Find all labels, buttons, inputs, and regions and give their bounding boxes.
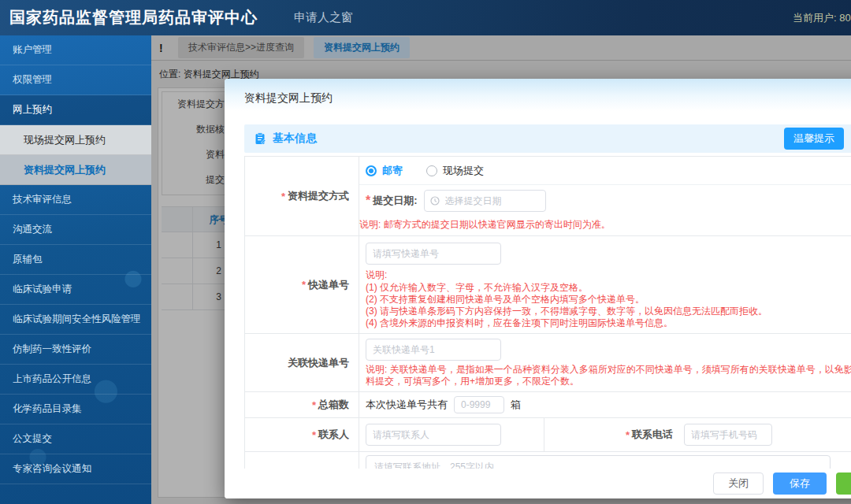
tracking-note-line: (3) 请与快递单条形码下方内容保持一致，不得增减字母、数字等，以免因信息无法匹… (359, 306, 851, 317)
tracking-notes: (1) 仅允许输入数字、字母，不允许输入汉字及空格。(2) 不支持重复创建相同快… (359, 282, 851, 328)
form-row-tracking-number: * 快递单号 说明: (1) 仅允许输入数字、字母，不允许输入汉字及空格。(2)… (245, 236, 851, 334)
sidebar-item-label: 现场提交网上预约 (24, 134, 106, 146)
sidebar-item[interactable]: 临床试验申请 (0, 275, 151, 305)
tracking-note-line: (2) 不支持重复创建相同快递单号及单个空格内填写多个快递单号。 (359, 294, 851, 305)
sidebar-item[interactable]: 账户管理 (0, 35, 151, 65)
sidebar-item[interactable]: 上市药品公开信息 (0, 365, 151, 395)
radio-icon (426, 165, 437, 176)
submit-button[interactable]: 提交 (836, 472, 851, 495)
form-row-related-tracking: 关联快递单号 说明: 关联快递单号，是指如果一个品种资料分装入多箱所对应的不同快… (245, 334, 851, 392)
dialog-body: 基本信息 温馨提示 * 资料提交方式 邮寄 (225, 117, 851, 469)
related-tracking-note: 说明: 关联快递单号，是指如果一个品种资料分装入多箱所对应的不同快递单号，须填写… (359, 364, 851, 387)
total-boxes-prefix: 本次快递单号共有 (366, 398, 448, 412)
sidebar-item[interactable]: 现场提交网上预约 (0, 125, 151, 155)
required-mark: * (312, 399, 316, 411)
tracking-number-input[interactable] (366, 243, 501, 265)
contact-input[interactable] (366, 424, 501, 446)
sidebar-item-label: 临床试验申请 (13, 284, 72, 295)
form-row-total-boxes: * 总箱数 本次快递单号共有 箱 (245, 392, 851, 418)
tracking-number-label: 快递单号 (308, 278, 349, 292)
clipboard-edit-icon (254, 132, 266, 145)
required-mark: * (366, 194, 370, 208)
sidebar-item[interactable]: 权限管理 (0, 65, 151, 95)
app-header: 国家药品监督管理局药品审评中心 申请人之窗 当前用户: 80 (0, 0, 851, 35)
radio-label: 现场提交 (443, 164, 484, 178)
sidebar-item[interactable]: 专家咨询会议通知 (0, 454, 151, 484)
sidebar-item-label: 临床试验期间安全性风险管理 (13, 313, 141, 324)
sidebar-item-label: 账户管理 (13, 44, 52, 55)
radio-icon (366, 165, 377, 176)
phone-input[interactable] (684, 424, 772, 446)
sidebar-item-label: 仿制药一致性评价 (13, 343, 91, 354)
form-row-submit-method: * 资料提交方式 邮寄 现 (245, 157, 851, 236)
submit-method-radio-group: 邮寄 现场提交 (359, 157, 851, 185)
dialog-title: 资料提交网上预约 (225, 79, 851, 117)
submit-method-label: 资料提交方式 (288, 189, 349, 203)
sidebar-item[interactable]: 化学药品目录集 (0, 395, 151, 424)
submit-method-note: 说明: 邮寄方式的提交日期以快递官网显示的寄出时间为准。 (359, 217, 851, 235)
sidebar-item-label: 资料提交网上预约 (24, 164, 106, 176)
total-boxes-label: 总箱数 (318, 398, 349, 412)
sidebar-item[interactable]: 公文提交 (0, 424, 151, 454)
sidebar-item[interactable]: 沟通交流 (0, 215, 151, 245)
sidebar-item-label: 网上预约 (13, 104, 52, 115)
phone-label: 联系电话 (632, 428, 673, 442)
required-mark: * (626, 429, 630, 441)
total-boxes-suffix: 箱 (511, 398, 521, 412)
sidebar-item-label: 原辅包 (13, 254, 43, 265)
contact-label: 联系人 (318, 428, 349, 442)
required-mark: * (302, 279, 306, 291)
sidebar-item-label: 技术审评信息 (13, 194, 72, 205)
total-boxes-input[interactable] (454, 396, 504, 413)
sidebar-nav: 账户管理 权限管理 网上预约 现场提交网上预约 资料提交网上预约 技术审评信息 … (0, 35, 151, 504)
sidebar-item-label: 上市药品公开信息 (13, 373, 91, 384)
current-user-label: 当前用户: 80 (793, 0, 851, 35)
sidebar-item-label: 权限管理 (13, 74, 52, 85)
save-button[interactable]: 保存 (773, 472, 827, 495)
app-title: 国家药品监督管理局药品审评中心 (9, 7, 258, 28)
sidebar-item-label: 化学药品目录集 (13, 403, 82, 414)
form-row-address: * 联系地址 (245, 452, 851, 469)
radio-option[interactable]: 现场提交 (426, 164, 484, 178)
related-tracking-label: 关联快递单号 (288, 356, 349, 370)
sidebar-item[interactable]: 仿制药一致性评价 (0, 335, 151, 365)
sidebar-item[interactable]: 技术审评信息 (0, 185, 151, 215)
sidebar-item[interactable]: 原辅包 (0, 245, 151, 275)
close-button[interactable]: 关闭 (713, 472, 764, 495)
form-row-contact: * 联系人 * 联系电话 (245, 418, 851, 452)
sidebar-item-label: 公文提交 (13, 433, 52, 444)
radio-label: 邮寄 (382, 164, 403, 178)
sidebar-item[interactable]: 临床试验期间安全性风险管理 (0, 305, 151, 335)
applicant-portal-link[interactable]: 申请人之窗 (294, 10, 353, 25)
sidebar-item-label: 专家咨询会议通知 (13, 463, 91, 474)
tips-button[interactable]: 温馨提示 (784, 128, 844, 150)
sidebar-item[interactable]: 网上预约 (0, 95, 151, 125)
sidebar-item[interactable]: 资料提交网上预约 (0, 155, 151, 185)
clock-icon (430, 196, 440, 206)
basic-info-form: * 资料提交方式 邮寄 现 (244, 156, 851, 469)
related-tracking-input[interactable] (366, 339, 501, 361)
section-title: 基本信息 (273, 132, 317, 146)
radio-option[interactable]: 邮寄 (366, 164, 403, 178)
tracking-note-title: 说明: (359, 269, 851, 281)
tracking-note-line: (4) 含境外来源的申报资料时，应在备注项下同时注明国际快递单号信息。 (359, 317, 851, 328)
submit-date-input[interactable] (424, 190, 546, 212)
dialog-footer: 关闭 保存 提交 (225, 469, 851, 498)
submit-date-label: 提交日期: (373, 194, 417, 208)
sidebar-item-label: 沟通交流 (13, 224, 52, 235)
reservation-dialog: 资料提交网上预约 基本信息 温馨提示 * 资料提交方式 (225, 79, 851, 498)
required-mark: * (312, 429, 316, 441)
required-mark: * (281, 191, 285, 202)
address-textarea[interactable] (366, 455, 831, 469)
tracking-note-line: (1) 仅允许输入数字、字母，不允许输入汉字及空格。 (359, 282, 851, 293)
basic-info-section-bar: 基本信息 温馨提示 (244, 124, 851, 153)
